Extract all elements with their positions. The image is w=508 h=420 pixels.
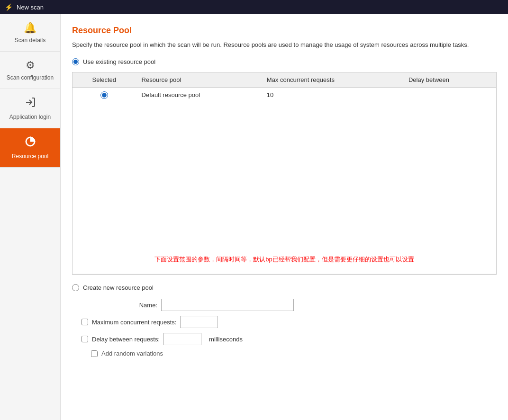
table-header-row: Selected Resource pool Max concurrent re… (73, 72, 496, 88)
sidebar-item-resource-pool[interactable]: Resource pool (0, 128, 60, 168)
create-new-option[interactable]: Create new resource pool (72, 284, 497, 291)
sidebar-item-label: Scan configuration (7, 74, 54, 81)
col-max-concurrent: Max concurrent requests (261, 72, 403, 88)
resource-pool-icon (25, 136, 36, 150)
lightning-icon: ⚡ (5, 3, 13, 11)
table-note-row: 下面设置范围的参数，间隔时间等，默认bp已经帮我们配置，但是需要更仔细的设置也可… (73, 245, 496, 274)
milliseconds-label: milliseconds (209, 336, 243, 343)
delay-input[interactable] (163, 333, 201, 345)
login-icon (25, 97, 36, 111)
gear-icon: ⚙ (26, 59, 35, 71)
main-layout: 🔔 Scan details ⚙ Scan configuration Appl… (0, 14, 508, 420)
add-variation-label: Add random variations (101, 350, 163, 357)
name-row: Name: (72, 299, 497, 311)
sidebar-item-application-login[interactable]: Application login (0, 89, 60, 128)
delay-row: Delay between requests: milliseconds (72, 333, 497, 345)
delay-label: Delay between requests: (92, 336, 160, 343)
table-note-cell: 下面设置范围的参数，间隔时间等，默认bp已经帮我们配置，但是需要更仔细的设置也可… (73, 245, 496, 274)
max-concurrent-checkbox[interactable] (82, 319, 88, 325)
name-label: Name: (82, 302, 157, 309)
sidebar-item-scan-configuration[interactable]: ⚙ Scan configuration (0, 52, 60, 89)
max-concurrent-row: Maximum concurrent requests: (72, 316, 497, 328)
bell-icon: 🔔 (24, 22, 36, 34)
max-concurrent-label: Maximum concurrent requests: (92, 319, 176, 326)
create-new-section: Create new resource pool Name: Maximum c… (72, 284, 497, 357)
table-row: Default resource pool 10 (73, 87, 496, 103)
col-selected: Selected (73, 72, 136, 88)
max-concurrent-input[interactable] (180, 316, 218, 328)
create-new-label: Create new resource pool (83, 284, 154, 291)
col-resource-pool: Resource pool (136, 72, 261, 88)
row-select-radio[interactable] (100, 91, 108, 99)
use-existing-option[interactable]: Use existing resource pool (72, 58, 497, 65)
use-existing-label: Use existing resource pool (83, 58, 155, 65)
top-bar-title: New scan (17, 4, 44, 11)
add-variation-checkbox[interactable] (91, 350, 98, 357)
table-cell-delay (403, 87, 496, 103)
table-note-text: 下面设置范围的参数，间隔时间等，默认bp已经帮我们配置，但是需要更仔细的设置也可… (78, 249, 490, 270)
sidebar-item-scan-details[interactable]: 🔔 Scan details (0, 14, 60, 52)
table-cell-selected[interactable] (73, 87, 136, 103)
sidebar-item-label: Application login (9, 114, 51, 120)
empty-row (73, 103, 496, 245)
sidebar: 🔔 Scan details ⚙ Scan configuration Appl… (0, 14, 61, 420)
empty-area (73, 103, 496, 245)
page-description: Specify the resource pool in which the s… (72, 40, 497, 50)
page-title: Resource Pool (72, 26, 497, 36)
sidebar-item-label: Scan details (15, 37, 45, 44)
sidebar-item-label: Resource pool (12, 153, 48, 160)
use-existing-radio[interactable] (72, 58, 79, 65)
content-area: Resource Pool Specify the resource pool … (61, 14, 508, 420)
create-new-radio[interactable] (72, 284, 79, 291)
resource-table: Selected Resource pool Max concurrent re… (73, 72, 496, 275)
name-input[interactable] (161, 299, 294, 311)
add-variation-row: Add random variations (72, 350, 497, 357)
col-delay-between: Delay between (403, 72, 496, 88)
delay-checkbox[interactable] (82, 336, 88, 342)
top-bar: ⚡ New scan (0, 0, 508, 14)
table-cell-pool-name: Default resource pool (136, 87, 261, 103)
resource-table-wrapper: Selected Resource pool Max concurrent re… (72, 72, 497, 275)
table-cell-max-concurrent: 10 (261, 87, 403, 103)
